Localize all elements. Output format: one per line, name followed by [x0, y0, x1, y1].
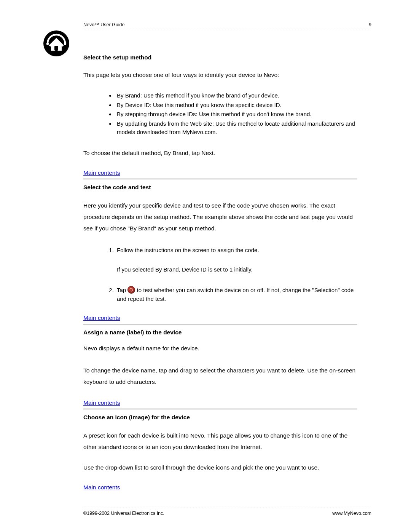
s2-steps: Follow the instructions on the screen to…	[83, 246, 357, 303]
heading-assign-name: Assign a name (label) to the device	[83, 329, 357, 336]
link-main-contents[interactable]: Main contents	[83, 315, 120, 321]
section-divider	[83, 324, 357, 324]
link-main-contents[interactable]: Main contents	[83, 399, 120, 406]
s2-step-2-post: to test whether you can switch the devic…	[117, 287, 354, 302]
s2-step-2-pre: Tap	[117, 287, 127, 293]
svg-point-2	[46, 43, 49, 45]
s1-bullet-3: By stepping through device IDs: Use this…	[115, 110, 357, 119]
s1-intro: This page lets you choose one of four wa…	[83, 72, 357, 78]
s1-bullet-2: By Device ID: Use this method if you kno…	[115, 101, 357, 110]
s2-step-1-sub: If you selected By Brand, Device ID is s…	[117, 265, 357, 274]
s2-step-2: Tap to test whether you can switch the d…	[115, 286, 357, 304]
s3-p1: Nevo displays a default name for the dev…	[83, 345, 357, 352]
s1-bullet-1: By Brand: Use this method if you know th…	[115, 91, 357, 100]
section-divider	[83, 409, 357, 409]
power-button-icon	[127, 286, 135, 294]
heading-select-setup-method: Select the setup method	[83, 54, 357, 61]
page-number: 9	[369, 22, 371, 27]
s4-p2: Use the drop-down list to scroll through…	[83, 464, 357, 471]
section-divider	[83, 179, 357, 179]
heading-select-code-test: Select the code and test	[83, 184, 357, 191]
s1-outro: To choose the default method, By Brand, …	[83, 150, 357, 157]
footer-divider	[83, 506, 371, 506]
link-main-contents[interactable]: Main contents	[83, 484, 120, 490]
s3-p2: To change the device name, tap and drag …	[83, 365, 357, 388]
footer-url: www.MyNevo.com	[332, 511, 371, 516]
s1-bullet-list: By Brand: Use this method if you know th…	[83, 91, 357, 137]
svg-rect-3	[54, 46, 58, 51]
s2-step-1-text: Follow the instructions on the screen to…	[117, 247, 259, 253]
s1-bullet-4: By updating brands from the Web site: Us…	[115, 120, 357, 137]
heading-choose-icon: Choose an icon (image) for the device	[83, 414, 357, 421]
s2-step-1: Follow the instructions on the screen to…	[115, 246, 357, 274]
nevo-home-logo-icon	[43, 30, 70, 57]
s2-intro: Here you identify your specific device a…	[83, 200, 357, 235]
header-title: Nevo™ User Guide	[83, 22, 124, 27]
footer-copyright: ©1999-2002 Universal Electronics Inc.	[83, 511, 164, 516]
svg-point-1	[64, 43, 66, 45]
header-divider	[83, 28, 371, 28]
link-main-contents[interactable]: Main contents	[83, 169, 120, 176]
s4-p1: A preset icon for each device is built i…	[83, 430, 357, 453]
